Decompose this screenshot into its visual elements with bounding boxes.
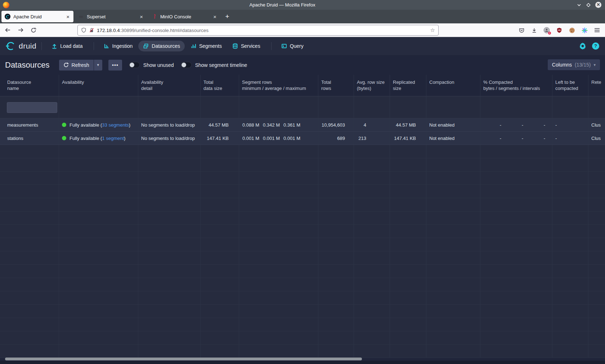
- table-cell-empty: [588, 291, 605, 304]
- table-cell-empty: [318, 185, 354, 198]
- extension-icon[interactable]: ✕: [543, 27, 550, 34]
- columns-button[interactable]: Columns (13/15) ▾: [548, 59, 600, 70]
- back-icon[interactable]: [2, 25, 13, 36]
- cell-avg-row-size: 213: [354, 132, 390, 145]
- col-header-replicated-size[interactable]: Replicatedsize: [390, 75, 426, 96]
- more-actions-button[interactable]: •••: [108, 60, 122, 70]
- table-cell-empty: [480, 145, 552, 158]
- table-cell-empty: [239, 331, 318, 344]
- cell-retention: Clus: [588, 118, 605, 131]
- col-header-total-rows[interactable]: Totalrows: [318, 75, 354, 96]
- nav-load-data[interactable]: Load data: [47, 41, 87, 51]
- table-cell-empty: [239, 305, 318, 318]
- table-row-stations[interactable]: stations Fully available (1 segment) No …: [0, 132, 605, 145]
- new-tab-button[interactable]: +: [222, 11, 233, 22]
- col-header-total-data-size[interactable]: Totaldata size: [201, 75, 239, 96]
- druid-favicon: [5, 14, 10, 19]
- scrollbar-thumb[interactable]: [5, 358, 362, 360]
- nav-ingestion[interactable]: Ingestion: [99, 41, 138, 51]
- query-icon: [281, 43, 287, 49]
- show-segment-timeline-toggle[interactable]: [181, 62, 192, 68]
- table-cell-empty: [0, 158, 59, 171]
- table-cell-empty: [138, 265, 201, 278]
- table-row-empty: [0, 238, 605, 251]
- minimize-icon[interactable]: [577, 3, 582, 8]
- tab-bar: Apache Druid × ∞ Superset × MinIO Consol…: [0, 10, 605, 23]
- close-icon[interactable]: ✕: [595, 2, 601, 8]
- table-cell-empty: [138, 225, 201, 238]
- table-cell-empty: [354, 198, 390, 211]
- datasource-name-filter-input[interactable]: [7, 102, 57, 113]
- url-bar[interactable]: 172.18.0.4:30899/unified-console.html#da…: [77, 25, 439, 36]
- tab-close-icon[interactable]: ×: [212, 14, 217, 20]
- table-cell-empty: [480, 331, 552, 344]
- col-header-left-to-be-compacted[interactable]: Left to becompacted: [552, 75, 588, 96]
- cookie-icon[interactable]: [568, 27, 575, 34]
- table-cell-empty: [318, 145, 354, 158]
- pocket-icon[interactable]: [518, 27, 525, 34]
- table-cell-empty: [59, 291, 138, 304]
- table-cell-empty: [480, 225, 552, 238]
- help-icon[interactable]: ?: [592, 42, 599, 50]
- reload-icon[interactable]: [28, 25, 39, 36]
- refresh-button[interactable]: Refresh: [59, 60, 94, 70]
- insecure-lock-icon[interactable]: [89, 27, 94, 33]
- col-header-availability-detail[interactable]: Availabilitydetail: [138, 75, 201, 96]
- cell-datasource-name[interactable]: stations: [0, 132, 59, 145]
- tab-close-icon[interactable]: ×: [139, 14, 144, 20]
- window-titlebar: Apache Druid — Mozilla Firefox ✕: [0, 0, 605, 10]
- col-header-retention[interactable]: Rete: [588, 75, 605, 96]
- refresh-label: Refresh: [72, 62, 89, 68]
- show-unused-toggle[interactable]: [129, 62, 140, 68]
- tab-minio-console[interactable]: MinIO Console ×: [148, 11, 220, 22]
- maximize-icon[interactable]: [586, 3, 591, 8]
- table-row-measurements[interactable]: measurements Fully available (33 segment…: [0, 118, 605, 132]
- tab-superset[interactable]: ∞ Superset ×: [75, 11, 147, 22]
- table-cell-empty: [138, 278, 201, 291]
- col-header-datasource-name[interactable]: Datasourcename: [0, 75, 59, 96]
- table-cell-empty: [0, 318, 59, 331]
- chevron-down-icon: ▾: [97, 63, 99, 67]
- col-header-compaction[interactable]: Compaction: [426, 75, 480, 96]
- horizontal-scrollbar[interactable]: [0, 357, 605, 361]
- download-icon[interactable]: [530, 27, 538, 34]
- forward-icon[interactable]: [15, 25, 26, 36]
- refresh-dropdown-button[interactable]: ▾: [94, 60, 103, 70]
- tab-close-icon[interactable]: ×: [66, 14, 70, 20]
- cell-retention: Clus: [588, 132, 605, 145]
- ublock-icon[interactable]: UO: [556, 27, 563, 34]
- col-header-pct-compacted[interactable]: % Compactedbytes / segments / intervals: [480, 75, 552, 96]
- col-header-avg-row-size[interactable]: Avg. row size(bytes): [354, 75, 390, 96]
- table-cell-empty: [0, 172, 59, 185]
- col-header-availability[interactable]: Availability: [59, 75, 138, 96]
- menu-hamburger-icon[interactable]: [593, 27, 601, 34]
- cell-datasource-name[interactable]: measurements: [0, 118, 59, 131]
- nav-datasources[interactable]: Datasources: [138, 41, 185, 51]
- segments-link[interactable]: 1 segment: [102, 136, 124, 141]
- cell-availability-detail: No segments to load/drop: [138, 132, 201, 145]
- nav-segments[interactable]: Segments: [186, 41, 227, 51]
- toggle-knob: [130, 63, 134, 67]
- table-row-empty: [0, 318, 605, 331]
- table-cell-empty: [354, 158, 390, 171]
- tab-apache-druid[interactable]: Apache Druid ×: [1, 11, 73, 22]
- shield-icon[interactable]: [81, 27, 86, 33]
- table-cell-empty: [426, 211, 480, 224]
- table-cell-empty: [552, 305, 588, 318]
- table-cell-empty: [239, 265, 318, 278]
- bookmark-star-icon[interactable]: ☆: [430, 27, 435, 33]
- colorful-asterisk-icon[interactable]: [581, 27, 588, 34]
- table-cell-empty: [390, 265, 426, 278]
- table-cell-empty: [201, 172, 239, 185]
- table-cell-empty: [588, 185, 605, 198]
- nav-services[interactable]: Services: [228, 41, 265, 51]
- table-cell-empty: [201, 331, 239, 344]
- load-data-icon: [51, 43, 57, 49]
- table-cell-empty: [552, 158, 588, 171]
- settings-gear-icon[interactable]: [579, 42, 586, 50]
- segments-link[interactable]: 33 segments: [102, 122, 129, 128]
- druid-logo[interactable]: druid: [6, 41, 36, 51]
- table-cell-empty: [552, 291, 588, 304]
- nav-query[interactable]: Query: [277, 41, 308, 51]
- col-header-segment-rows[interactable]: Segment rowsminimum / average / maximum: [239, 75, 318, 96]
